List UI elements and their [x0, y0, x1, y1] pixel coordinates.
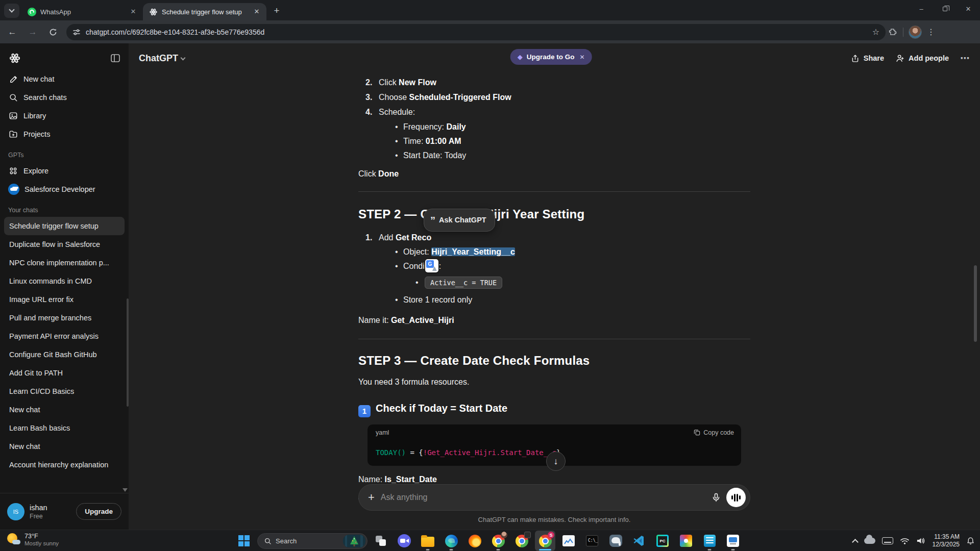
chat-history-item[interactable]: Configure Git Bash GitHub — [4, 345, 125, 364]
model-picker[interactable]: ChatGPT — [139, 53, 185, 64]
sidebar-item-new-chat[interactable]: New chat — [4, 70, 125, 88]
tab-chatgpt[interactable]: Schedule trigger flow setup ✕ — [143, 3, 266, 20]
start-button[interactable] — [234, 531, 254, 551]
attach-plus-icon[interactable]: + — [368, 491, 375, 504]
back-button[interactable]: ← — [4, 24, 20, 40]
chat-history-item[interactable]: Payment API error analysis — [4, 327, 125, 345]
taskbar-search[interactable]: Search — [257, 533, 368, 549]
close-button[interactable]: ✕ — [957, 0, 980, 17]
message-input[interactable] — [381, 493, 711, 502]
speaker-icon[interactable] — [916, 537, 926, 545]
search-icon — [8, 92, 18, 103]
chat-history-item[interactable]: Schedule trigger flow setup — [4, 217, 125, 235]
new-tab-button[interactable]: + — [270, 4, 284, 18]
taskbar-app-edge[interactable] — [441, 531, 461, 551]
taskbar-app-chrome-profile2[interactable] — [511, 531, 532, 551]
task-view-button[interactable] — [371, 531, 391, 551]
chat-history-item[interactable]: New chat — [4, 437, 125, 456]
chat-history-item[interactable]: Add Git to PATH — [4, 364, 125, 382]
taskbar-app-designer[interactable] — [676, 531, 696, 551]
notification-bell-icon[interactable] — [966, 537, 975, 545]
tab-search-button[interactable] — [4, 4, 19, 18]
url-bar[interactable]: chatgpt.com/c/692fc8be-e104-8321-af3e-b5… — [66, 24, 886, 40]
tab-close-icon[interactable]: ✕ — [129, 7, 138, 16]
sidebar-item-library[interactable]: Library — [4, 107, 125, 125]
onedrive-icon[interactable] — [864, 538, 875, 544]
toolbar-actions: ⋮ — [889, 26, 936, 39]
taskbar-app-chrome-active[interactable]: S — [535, 531, 555, 551]
chat-history-item[interactable]: Learn Bash basics — [4, 419, 125, 437]
chat-main: ChatGPT ◆ Upgrade to Go ✕ Share — [129, 43, 980, 530]
selected-text: Hijri_Year_Setting__c — [431, 247, 515, 256]
chatgpt-sidebar: New chat Search chats Library Projects G… — [0, 43, 129, 530]
url-text[interactable]: chatgpt.com/c/692fc8be-e104-8321-af3e-b5… — [86, 28, 868, 36]
taskbar-app-pycharm[interactable]: PC — [652, 531, 673, 551]
sidebar-toggle-icon[interactable] — [110, 53, 120, 63]
taskbar-app-vscode[interactable] — [629, 531, 649, 551]
sidebar-item-label: Salesforce Developer — [24, 185, 95, 193]
google-translate-icon[interactable] — [425, 259, 438, 272]
taskbar-app-notepad[interactable] — [699, 531, 720, 551]
page-scrollbar[interactable] — [974, 265, 977, 342]
bookmark-star-icon[interactable]: ☆ — [872, 27, 879, 37]
dismiss-pill-icon[interactable]: ✕ — [579, 54, 584, 61]
taskbar-app-file-explorer[interactable] — [418, 531, 438, 551]
restore-button[interactable] — [933, 0, 957, 17]
conversation-menu-icon[interactable]: ⋯ — [960, 53, 970, 64]
extensions-icon[interactable] — [889, 28, 898, 37]
vscode-icon — [633, 535, 645, 547]
taskbar-app-chrome-profile1[interactable] — [488, 531, 508, 551]
tab-close-icon[interactable]: ✕ — [252, 7, 261, 16]
ask-chatgpt-tooltip[interactable]: ” Ask ChatGPT — [424, 209, 495, 232]
message-composer[interactable]: + — [358, 484, 750, 511]
search-highlight-image[interactable] — [343, 535, 365, 547]
sidebar-item-search-chats[interactable]: Search chats — [4, 88, 125, 107]
weather-widget[interactable]: 73°F Mostly sunny — [6, 532, 59, 546]
taskbar-app-postgresql[interactable] — [605, 531, 626, 551]
share-button[interactable]: Share — [851, 54, 884, 63]
upgrade-to-go-pill[interactable]: ◆ Upgrade to Go ✕ — [510, 49, 592, 65]
list-item: 1. Add Get Reco ” Ask ChatGPT — [358, 230, 750, 245]
copy-icon — [694, 429, 700, 436]
voice-mode-button[interactable] — [726, 488, 746, 507]
taskbar-app-task-manager[interactable] — [558, 531, 579, 551]
chat-history-item[interactable]: Account hierarchy explanation — [4, 456, 125, 474]
taskbar-clock[interactable]: 11:35 AM 12/3/2025 — [933, 533, 960, 548]
profile-section[interactable]: IS ishan Free Upgrade — [0, 493, 129, 530]
chat-history-item[interactable]: New chat — [4, 400, 125, 419]
chat-history-item[interactable]: NPC clone implementation p... — [4, 254, 125, 272]
keyboard-icon[interactable] — [882, 537, 893, 544]
paragraph: Name it: Get_Active_Hijri — [358, 313, 750, 328]
tab-whatsapp[interactable]: WhatsApp ✕ — [21, 3, 143, 20]
scroll-to-bottom-button[interactable]: ↓ — [546, 452, 566, 471]
chatgpt-logo-icon[interactable] — [8, 52, 21, 65]
taskbar-app-firefox[interactable] — [464, 531, 485, 551]
chat-history-item[interactable]: Linux commands in CMD — [4, 272, 125, 290]
taskbar-app-taskpro[interactable] — [723, 531, 743, 551]
chat-history-item[interactable]: Duplicate flow in Salesforce — [4, 235, 125, 254]
taskbar-app-cmd[interactable]: C:\_ — [582, 531, 602, 551]
upgrade-button[interactable]: Upgrade — [76, 503, 121, 520]
browser-profile-avatar[interactable] — [909, 26, 922, 39]
taskpro-icon — [727, 535, 739, 547]
tray-expand-icon[interactable] — [852, 539, 859, 545]
sidebar-item-projects[interactable]: Projects — [4, 125, 125, 143]
sidebar-item-explore[interactable]: Explore — [4, 162, 125, 180]
mic-icon[interactable] — [711, 492, 721, 503]
sidebar-scroll-arrow-icon[interactable] — [122, 488, 128, 492]
site-settings-icon[interactable] — [72, 28, 81, 36]
list-item: Start Date: Today — [358, 148, 750, 163]
reload-button[interactable] — [45, 24, 61, 40]
list-item: Time: 01:00 AM — [358, 134, 750, 148]
chat-history-item[interactable]: Learn CI/CD Basics — [4, 382, 125, 400]
sidebar-item-salesforce-developer[interactable]: Salesforce Developer — [4, 180, 125, 198]
forward-button[interactable]: → — [24, 24, 41, 40]
taskbar-app-meet[interactable] — [394, 531, 414, 551]
minimize-button[interactable]: – — [910, 0, 933, 17]
wifi-icon[interactable] — [900, 537, 910, 545]
browser-menu-icon[interactable]: ⋮ — [927, 27, 936, 37]
add-people-button[interactable]: Add people — [895, 54, 949, 63]
chat-history-item[interactable]: Image URL error fix — [4, 290, 125, 309]
copy-code-button[interactable]: Copy code — [694, 429, 734, 436]
chat-history-item[interactable]: Pull and merge branches — [4, 309, 125, 327]
